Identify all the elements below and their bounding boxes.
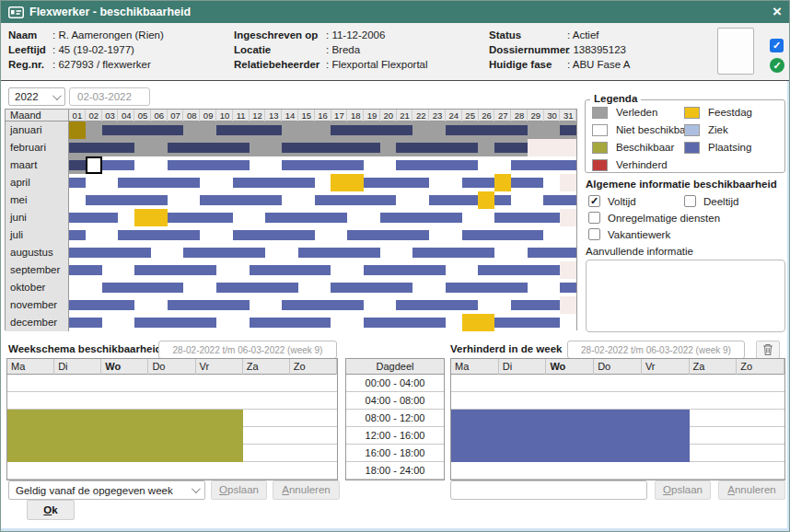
weekschema-grid[interactable]: MaDiWoDoVrZaZo bbox=[6, 358, 338, 480]
field-value: : 138395123 bbox=[567, 42, 626, 57]
calendar-day-header-cell: 24 bbox=[446, 110, 462, 121]
unchecked-checkbox[interactable] bbox=[684, 195, 696, 207]
weekschema-opslaan-button[interactable]: Opslaan bbox=[211, 480, 267, 500]
person-info-field: Naam: R. Aamerongen (Rien) bbox=[8, 28, 164, 42]
geldig-vanaf-dropdown[interactable]: Geldig vanaf de opgegeven week bbox=[8, 480, 205, 500]
calendar-month-strip[interactable] bbox=[69, 296, 576, 314]
plaatsing-bar bbox=[183, 248, 265, 258]
checkbox-row: Vakantiewerk bbox=[588, 227, 670, 241]
dagdeel-slot: 04:00 - 08:00 bbox=[346, 392, 444, 410]
legend-item-label: Niet beschikbaar bbox=[616, 124, 695, 135]
week-grid-row[interactable] bbox=[7, 410, 337, 427]
legend-item-label: Beschikbaar bbox=[616, 142, 674, 153]
plaatsing-bar bbox=[494, 195, 511, 205]
ok-button[interactable]: Ok bbox=[27, 500, 75, 520]
verhinderd-reason-input[interactable] bbox=[450, 480, 647, 500]
week-grid-day-header: Wo bbox=[101, 359, 148, 375]
plaatsing-bar bbox=[102, 160, 135, 170]
beschikbaar-fill bbox=[7, 410, 243, 427]
verhinderd-annuleren-button[interactable]: Annuleren bbox=[718, 480, 785, 500]
checked-checkbox[interactable]: ✓ bbox=[588, 195, 600, 207]
plaatsing-bar bbox=[200, 195, 282, 205]
calendar-month-strip[interactable] bbox=[69, 139, 576, 156]
week-grid-row[interactable] bbox=[7, 427, 337, 445]
week-grid-row[interactable] bbox=[451, 375, 784, 392]
calendar-day-header-cell: 16 bbox=[315, 110, 331, 121]
unchecked-checkbox[interactable] bbox=[588, 212, 600, 224]
calendar-month-strip[interactable] bbox=[69, 174, 576, 191]
calendar-month-strip[interactable] bbox=[69, 191, 576, 209]
calendar-month-strip[interactable] bbox=[69, 244, 576, 261]
verhinderd-opslaan-button[interactable]: Opslaan bbox=[655, 480, 711, 500]
calendar-month-strip[interactable] bbox=[69, 121, 576, 139]
plaatsing-bar bbox=[102, 125, 184, 135]
plaatsing-bar bbox=[69, 143, 134, 153]
plaatsing-bar bbox=[364, 265, 446, 275]
plaatsing-bar bbox=[364, 178, 429, 188]
plaatsing-bar bbox=[102, 283, 184, 293]
calendar-month-strip[interactable] bbox=[69, 209, 576, 226]
aanvullende-informatie-textarea[interactable] bbox=[586, 260, 785, 332]
calendar-header-row: Maand 0102030405060708091011121314151617… bbox=[6, 110, 576, 121]
dagdeel-slot: 08:00 - 12:00 bbox=[346, 410, 444, 427]
close-button[interactable]: × bbox=[773, 3, 782, 21]
plaatsing-bar bbox=[168, 213, 233, 223]
date-input[interactable]: 02-03-2022 bbox=[69, 87, 150, 106]
blue-checkbox-indicator[interactable]: ✓ bbox=[770, 39, 784, 52]
calendar-month-row: september bbox=[6, 261, 576, 279]
field-value: : 45 (19-02-1977) bbox=[52, 42, 134, 57]
calendar-month-strip[interactable] bbox=[69, 156, 576, 174]
week-grid-row[interactable] bbox=[451, 445, 784, 462]
window-title: Flexwerker - beschikbaarheid bbox=[29, 6, 191, 18]
plaatsing-bar bbox=[528, 248, 576, 258]
calendar-month-strip[interactable] bbox=[69, 226, 576, 244]
plaatsing-fill bbox=[451, 445, 690, 462]
week-grid-row[interactable] bbox=[7, 462, 337, 480]
field-label: Reg.nr. bbox=[8, 57, 52, 72]
feestdag-segment bbox=[478, 191, 494, 209]
calendar-month-row: augustus bbox=[6, 244, 576, 261]
calendar-day-header-cell: 31 bbox=[560, 110, 576, 121]
delete-week-button[interactable] bbox=[756, 341, 780, 359]
field-value: : 627993 / flexwerker bbox=[52, 57, 151, 72]
plaatsing-bar bbox=[118, 230, 200, 240]
calendar-day-header-cell: 10 bbox=[216, 110, 233, 121]
legend-item-label: Feestdag bbox=[708, 107, 752, 118]
calendar-month-strip[interactable] bbox=[69, 261, 576, 279]
calendar-month-label: februari bbox=[6, 139, 69, 156]
calendar-day-header-cell: 22 bbox=[412, 110, 429, 121]
plaatsing-bar bbox=[86, 195, 168, 205]
plaatsing-bar bbox=[69, 300, 134, 310]
person-info-field: Status: Actief bbox=[489, 28, 630, 42]
checkbox-row: Onregelmatige diensten bbox=[588, 211, 720, 225]
unchecked-checkbox[interactable] bbox=[588, 228, 600, 240]
person-info-field: Ingeschreven op: 11-12-2006 bbox=[234, 28, 428, 42]
plaatsing-bar bbox=[315, 195, 397, 205]
person-info-col-1: Naam: R. Aamerongen (Rien)Leeftijd: 45 (… bbox=[8, 28, 164, 72]
week-grid-row[interactable] bbox=[451, 427, 784, 445]
week-grid-row[interactable] bbox=[451, 392, 784, 410]
week-grid-day-header: Za bbox=[243, 359, 290, 375]
week-grid-row[interactable] bbox=[7, 445, 337, 462]
verhinderd-grid[interactable]: MaDiWoDoVrZaZo bbox=[450, 358, 785, 480]
plaatsing-bar bbox=[560, 125, 576, 135]
verhinderd-range-input[interactable]: 28-02-2022 t/m 06-03-2022 (week 9) bbox=[567, 341, 745, 359]
week-grid-row[interactable] bbox=[451, 410, 784, 427]
week-grid-row[interactable] bbox=[7, 375, 337, 392]
plaatsing-bar bbox=[412, 248, 494, 258]
plaatsing-bar bbox=[216, 283, 298, 293]
year-select[interactable]: 2022 bbox=[8, 87, 65, 106]
calendar-month-label: januari bbox=[6, 121, 69, 139]
plaatsing-bar bbox=[69, 248, 151, 258]
weekschema-annuleren-button[interactable]: Annuleren bbox=[273, 480, 340, 500]
calendar-month-strip[interactable] bbox=[69, 279, 576, 296]
calendar-day-header-cell: 12 bbox=[250, 110, 266, 121]
weekschema-range-input[interactable]: 28-02-2022 t/m 06-03-2022 (week 9) bbox=[158, 341, 337, 359]
week-grid-row[interactable] bbox=[451, 462, 784, 480]
plaatsing-bar bbox=[543, 195, 576, 205]
field-value: : Actief bbox=[567, 28, 599, 42]
calendar-month-strip[interactable] bbox=[69, 314, 576, 331]
week-grid-row[interactable] bbox=[7, 392, 337, 410]
legend-item-label: Verleden bbox=[616, 107, 657, 118]
calendar-day-header-cell: 14 bbox=[282, 110, 298, 121]
